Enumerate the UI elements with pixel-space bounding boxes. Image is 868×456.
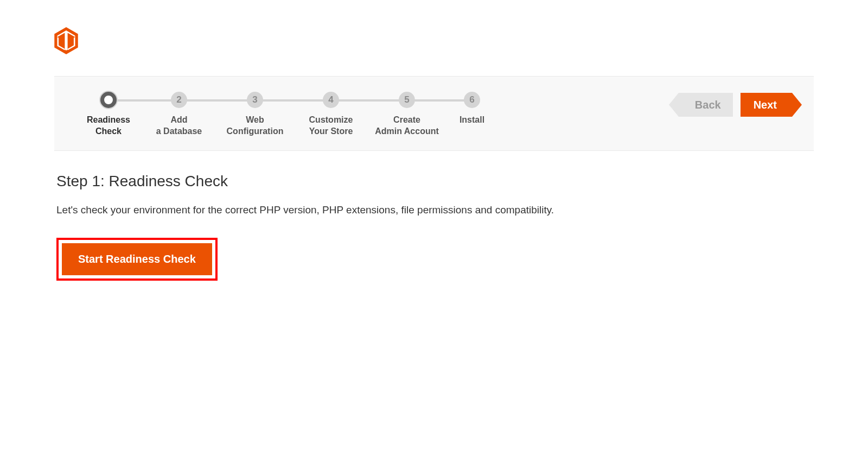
wizard-step-admin-account[interactable]: 5 Create Admin Account — [369, 92, 445, 137]
step-number: 4 — [328, 94, 333, 105]
step-label: Add a Database — [156, 115, 202, 137]
step-indicator: 5 — [399, 92, 415, 108]
step-indicator: 3 — [247, 92, 263, 108]
step-number: 2 — [176, 94, 181, 105]
wizard-nav: Back Next — [679, 93, 792, 117]
page-title: Step 1: Readiness Check — [56, 173, 812, 190]
step-label: Create Admin Account — [375, 115, 439, 137]
wizard-step-install[interactable]: 6 Install — [445, 92, 499, 126]
header — [54, 27, 814, 54]
step-indicator: 6 — [464, 92, 480, 108]
wizard-step-add-database[interactable]: 2 Add a Database — [141, 92, 217, 137]
wizard-step-readiness-check[interactable]: Readiness Check — [76, 92, 141, 137]
step-connector — [179, 99, 255, 102]
wizard-step-customize-store[interactable]: 4 Customize Your Store — [293, 92, 369, 137]
main-content: Step 1: Readiness Check Let's check your… — [54, 151, 814, 281]
step-connector — [407, 99, 472, 102]
step-indicator: 4 — [323, 92, 339, 108]
wizard-steps: Readiness Check 2 Add a Database 3 Web C… — [76, 92, 499, 137]
step-number: 3 — [252, 94, 257, 105]
wizard-progress-bar: Readiness Check 2 Add a Database 3 Web C… — [54, 76, 814, 151]
step-indicator-active — [100, 92, 117, 108]
page-description: Let's check your environment for the cor… — [56, 204, 812, 216]
wizard-step-web-configuration[interactable]: 3 Web Configuration — [217, 92, 293, 137]
start-readiness-check-button[interactable]: Start Readiness Check — [62, 243, 212, 275]
step-number: 5 — [404, 94, 409, 105]
highlight-annotation: Start Readiness Check — [56, 238, 218, 281]
step-number: 6 — [469, 94, 474, 105]
next-button[interactable]: Next — [741, 93, 792, 117]
step-label: Readiness Check — [87, 115, 130, 137]
step-connector — [255, 99, 331, 102]
back-button[interactable]: Back — [679, 93, 733, 117]
step-label: Customize Your Store — [309, 115, 353, 137]
step-label: Install — [459, 115, 484, 126]
step-connector — [331, 99, 407, 102]
magento-logo-icon — [54, 27, 78, 54]
step-label: Web Configuration — [227, 115, 284, 137]
step-indicator: 2 — [171, 92, 187, 108]
